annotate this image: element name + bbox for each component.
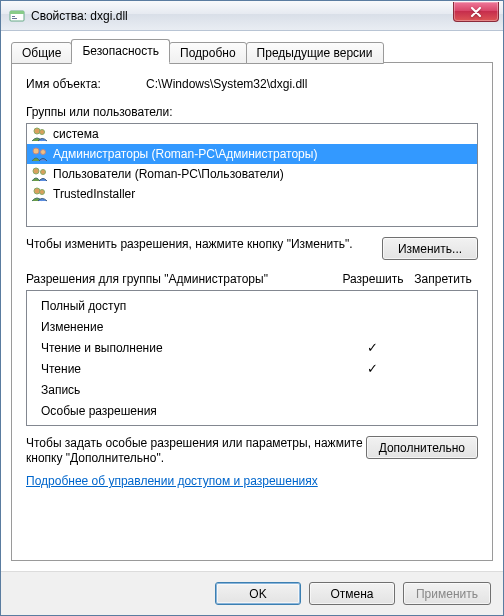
change-permissions-text: Чтобы изменить разрешения, нажмите кнопк… bbox=[26, 237, 382, 252]
object-name-label: Имя объекта: bbox=[26, 77, 146, 91]
permission-row: Чтение и выполнение ✓ bbox=[27, 337, 477, 358]
object-name-value: C:\Windows\System32\dxgi.dll bbox=[146, 77, 307, 91]
apply-button[interactable]: Применить bbox=[403, 582, 491, 605]
list-item[interactable]: TrustedInstaller bbox=[27, 184, 477, 204]
svg-rect-2 bbox=[12, 16, 15, 17]
deny-column-header: Запретить bbox=[408, 272, 478, 287]
permission-name: Чтение и выполнение bbox=[41, 341, 337, 355]
allow-column-header: Разрешить bbox=[338, 272, 408, 287]
groups-listbox[interactable]: система Администраторы (Roman-PC\Админис… bbox=[26, 123, 478, 227]
list-item[interactable]: Пользователи (Roman-PC\Пользователи) bbox=[27, 164, 477, 184]
user-icon bbox=[31, 186, 49, 202]
permission-name: Чтение bbox=[41, 362, 337, 376]
client-area: Общие Безопасность Подробно Предыдущие в… bbox=[1, 31, 503, 571]
allow-mark: ✓ bbox=[337, 361, 407, 376]
svg-point-8 bbox=[33, 168, 39, 174]
svg-rect-3 bbox=[12, 18, 17, 19]
security-panel: Имя объекта: C:\Windows\System32\dxgi.dl… bbox=[11, 62, 493, 561]
allow-mark: ✓ bbox=[337, 340, 407, 355]
permission-name: Запись bbox=[41, 383, 337, 397]
advanced-button[interactable]: Дополнительно bbox=[366, 436, 478, 459]
svg-point-10 bbox=[34, 188, 40, 194]
svg-rect-1 bbox=[10, 11, 24, 14]
close-icon bbox=[470, 7, 482, 17]
list-item-label: Администраторы (Roman-PC\Администраторы) bbox=[53, 147, 317, 161]
tab-security[interactable]: Безопасность bbox=[71, 39, 170, 63]
permission-row: Чтение ✓ bbox=[27, 358, 477, 379]
tab-strip: Общие Безопасность Подробно Предыдущие в… bbox=[11, 39, 493, 63]
permission-row: Полный доступ bbox=[27, 295, 477, 316]
cancel-button[interactable]: Отмена bbox=[309, 582, 395, 605]
list-item-label: система bbox=[53, 127, 99, 141]
permissions-lead: Разрешения для группы "Администраторы" bbox=[26, 272, 338, 287]
advanced-text: Чтобы задать особые разрешения или парам… bbox=[26, 436, 366, 466]
list-item-label: Пользователи (Roman-PC\Пользователи) bbox=[53, 167, 284, 181]
list-item[interactable]: система bbox=[27, 124, 477, 144]
edit-button[interactable]: Изменить... bbox=[382, 237, 478, 260]
tab-general[interactable]: Общие bbox=[11, 42, 72, 64]
list-item-label: TrustedInstaller bbox=[53, 187, 135, 201]
permission-row: Особые разрешения bbox=[27, 400, 477, 421]
permission-row: Запись bbox=[27, 379, 477, 400]
svg-point-5 bbox=[40, 130, 45, 135]
close-button[interactable] bbox=[453, 2, 499, 22]
permissions-list: Полный доступ Изменение Чтение и выполне… bbox=[26, 290, 478, 426]
advanced-row: Чтобы задать особые разрешения или парам… bbox=[26, 436, 478, 466]
list-item[interactable]: Администраторы (Roman-PC\Администраторы) bbox=[27, 144, 477, 164]
change-permissions-row: Чтобы изменить разрешения, нажмите кнопк… bbox=[26, 237, 478, 260]
users-group-icon bbox=[31, 146, 49, 162]
permission-name: Особые разрешения bbox=[41, 404, 337, 418]
ok-button[interactable]: OK bbox=[215, 582, 301, 605]
permission-name: Полный доступ bbox=[41, 299, 337, 313]
svg-point-6 bbox=[33, 148, 39, 154]
window-title: Свойства: dxgi.dll bbox=[31, 9, 128, 23]
permission-name: Изменение bbox=[41, 320, 337, 334]
dialog-footer: OK Отмена Применить bbox=[1, 571, 503, 615]
user-icon bbox=[31, 126, 49, 142]
users-group-icon bbox=[31, 166, 49, 182]
svg-point-9 bbox=[41, 170, 46, 175]
permission-row: Изменение bbox=[27, 316, 477, 337]
svg-point-11 bbox=[40, 190, 45, 195]
app-icon bbox=[9, 8, 25, 24]
learn-more-link[interactable]: Подробнее об управлении доступом и разре… bbox=[26, 474, 478, 488]
object-name-row: Имя объекта: C:\Windows\System32\dxgi.dl… bbox=[26, 77, 478, 91]
permissions-header: Разрешения для группы "Администраторы" Р… bbox=[26, 272, 478, 287]
svg-point-4 bbox=[34, 128, 40, 134]
titlebar: Свойства: dxgi.dll bbox=[1, 1, 503, 31]
groups-label: Группы или пользователи: bbox=[26, 105, 478, 119]
properties-window: Свойства: dxgi.dll Общие Безопасность По… bbox=[0, 0, 504, 616]
svg-point-7 bbox=[41, 150, 46, 155]
tab-details[interactable]: Подробно bbox=[169, 42, 247, 64]
tab-previous-versions[interactable]: Предыдущие версии bbox=[246, 42, 384, 64]
